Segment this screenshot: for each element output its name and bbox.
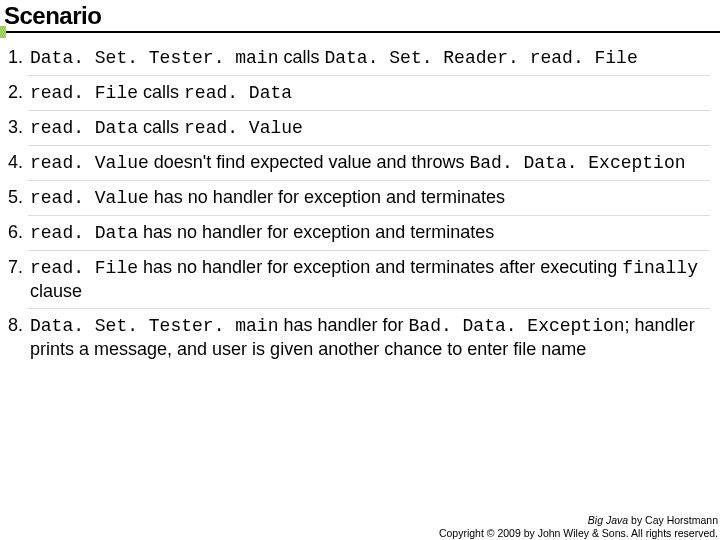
plain-text: clause [30, 281, 82, 301]
footer-byline: by Cay Horstmann [628, 514, 718, 526]
code-text: read. Value [184, 118, 303, 138]
plain-text: has no handler for exception and termina… [149, 187, 505, 207]
code-text: Bad. Data. Exception [469, 153, 685, 173]
title-block: Scenario [0, 2, 720, 33]
list-item: Data. Set. Tester. main calls Data. Set.… [28, 41, 710, 76]
slide-title: Scenario [4, 2, 720, 30]
code-text: Data. Set. Tester. main [30, 48, 278, 68]
code-text: Data. Set. Tester. main [30, 316, 278, 336]
code-text: finally [622, 258, 698, 278]
title-accent [0, 26, 6, 38]
list-item: Data. Set. Tester. main has handler for … [28, 309, 710, 366]
list-item: read. File has no handler for exception … [28, 251, 710, 309]
plain-text: has no handler for exception and termina… [138, 257, 622, 277]
list-item: read. Data calls read. Value [28, 111, 710, 146]
list-item: read. Data has no handler for exception … [28, 216, 710, 251]
scenario-list: Data. Set. Tester. main calls Data. Set.… [0, 33, 720, 366]
code-text: read. File [30, 258, 138, 278]
plain-text: calls [138, 117, 184, 137]
code-text: read. Value [30, 153, 149, 173]
code-text: Data. Set. Reader. read. File [324, 48, 637, 68]
list-item: read. File calls read. Data [28, 76, 710, 111]
plain-text: calls [138, 82, 184, 102]
code-text: read. Data [184, 83, 292, 103]
plain-text: has handler for [278, 315, 408, 335]
code-text: read. Data [30, 118, 138, 138]
code-text: read. Data [30, 223, 138, 243]
footer: Big Java by Cay Horstmann Copyright © 20… [439, 514, 718, 540]
footer-book-line: Big Java by Cay Horstmann [439, 514, 718, 527]
code-text: read. File [30, 83, 138, 103]
plain-text: has no handler for exception and termina… [138, 222, 494, 242]
footer-copyright: Copyright © 2009 by John Wiley & Sons. A… [439, 527, 718, 540]
footer-book: Big Java [588, 514, 628, 526]
code-text: read. Value [30, 188, 149, 208]
slide: { "title": "Scenario", "steps": [ { "par… [0, 2, 720, 540]
list-item: read. Value doesn't find expected value … [28, 146, 710, 181]
plain-text: calls [278, 47, 324, 67]
list-item: read. Value has no handler for exception… [28, 181, 710, 216]
plain-text: doesn't find expected value and throws [149, 152, 470, 172]
code-text: Bad. Data. Exception [409, 316, 625, 336]
